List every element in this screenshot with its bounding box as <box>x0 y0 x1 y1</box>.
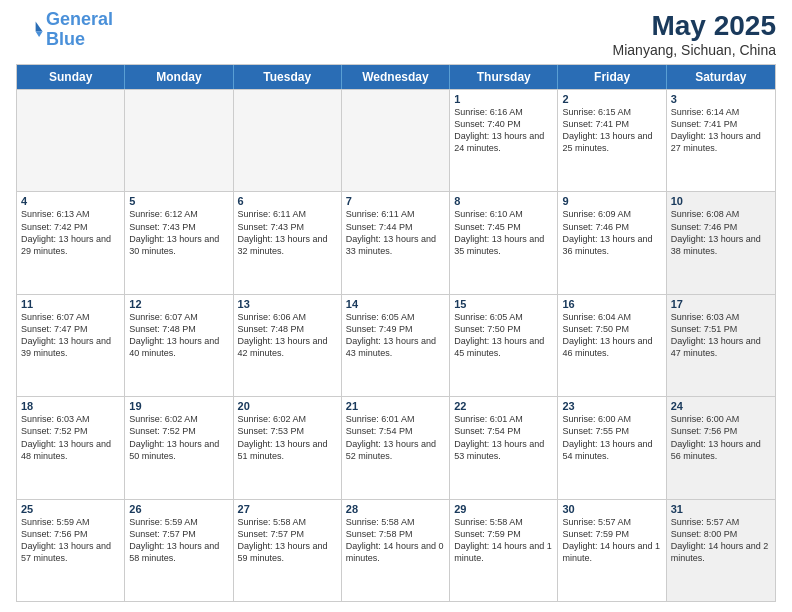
day-number: 17 <box>671 298 771 310</box>
day-detail: Sunrise: 5:59 AM Sunset: 7:56 PM Dayligh… <box>21 516 120 565</box>
day-number: 7 <box>346 195 445 207</box>
cal-row-0: 1Sunrise: 6:16 AM Sunset: 7:40 PM Daylig… <box>17 89 775 191</box>
day-number: 12 <box>129 298 228 310</box>
page: General Blue May 2025 Mianyang, Sichuan,… <box>0 0 792 612</box>
cal-cell-3-3: 21Sunrise: 6:01 AM Sunset: 7:54 PM Dayli… <box>342 397 450 498</box>
day-detail: Sunrise: 5:58 AM Sunset: 7:57 PM Dayligh… <box>238 516 337 565</box>
calendar: Sunday Monday Tuesday Wednesday Thursday… <box>16 64 776 602</box>
cal-row-4: 25Sunrise: 5:59 AM Sunset: 7:56 PM Dayli… <box>17 499 775 601</box>
cal-cell-1-6: 10Sunrise: 6:08 AM Sunset: 7:46 PM Dayli… <box>667 192 775 293</box>
day-detail: Sunrise: 6:02 AM Sunset: 7:53 PM Dayligh… <box>238 413 337 462</box>
cal-cell-0-0 <box>17 90 125 191</box>
logo-icon <box>16 16 44 44</box>
day-number: 25 <box>21 503 120 515</box>
cal-cell-4-3: 28Sunrise: 5:58 AM Sunset: 7:58 PM Dayli… <box>342 500 450 601</box>
day-detail: Sunrise: 6:11 AM Sunset: 7:44 PM Dayligh… <box>346 208 445 257</box>
cal-row-1: 4Sunrise: 6:13 AM Sunset: 7:42 PM Daylig… <box>17 191 775 293</box>
cal-cell-0-1 <box>125 90 233 191</box>
day-detail: Sunrise: 6:07 AM Sunset: 7:48 PM Dayligh… <box>129 311 228 360</box>
day-number: 21 <box>346 400 445 412</box>
day-detail: Sunrise: 6:01 AM Sunset: 7:54 PM Dayligh… <box>454 413 553 462</box>
logo: General Blue <box>16 10 113 50</box>
day-detail: Sunrise: 6:02 AM Sunset: 7:52 PM Dayligh… <box>129 413 228 462</box>
day-number: 28 <box>346 503 445 515</box>
day-detail: Sunrise: 6:01 AM Sunset: 7:54 PM Dayligh… <box>346 413 445 462</box>
title-block: May 2025 Mianyang, Sichuan, China <box>613 10 776 58</box>
location: Mianyang, Sichuan, China <box>613 42 776 58</box>
cal-cell-3-6: 24Sunrise: 6:00 AM Sunset: 7:56 PM Dayli… <box>667 397 775 498</box>
cal-row-2: 11Sunrise: 6:07 AM Sunset: 7:47 PM Dayli… <box>17 294 775 396</box>
cal-cell-1-0: 4Sunrise: 6:13 AM Sunset: 7:42 PM Daylig… <box>17 192 125 293</box>
day-number: 9 <box>562 195 661 207</box>
header-wednesday: Wednesday <box>342 65 450 89</box>
cal-cell-2-0: 11Sunrise: 6:07 AM Sunset: 7:47 PM Dayli… <box>17 295 125 396</box>
day-detail: Sunrise: 6:07 AM Sunset: 7:47 PM Dayligh… <box>21 311 120 360</box>
cal-cell-4-6: 31Sunrise: 5:57 AM Sunset: 8:00 PM Dayli… <box>667 500 775 601</box>
cal-cell-0-4: 1Sunrise: 6:16 AM Sunset: 7:40 PM Daylig… <box>450 90 558 191</box>
day-number: 20 <box>238 400 337 412</box>
header: General Blue May 2025 Mianyang, Sichuan,… <box>16 10 776 58</box>
day-number: 4 <box>21 195 120 207</box>
day-detail: Sunrise: 6:00 AM Sunset: 7:56 PM Dayligh… <box>671 413 771 462</box>
cal-cell-2-5: 16Sunrise: 6:04 AM Sunset: 7:50 PM Dayli… <box>558 295 666 396</box>
header-monday: Monday <box>125 65 233 89</box>
day-detail: Sunrise: 6:08 AM Sunset: 7:46 PM Dayligh… <box>671 208 771 257</box>
day-detail: Sunrise: 6:03 AM Sunset: 7:51 PM Dayligh… <box>671 311 771 360</box>
cal-row-3: 18Sunrise: 6:03 AM Sunset: 7:52 PM Dayli… <box>17 396 775 498</box>
day-detail: Sunrise: 6:14 AM Sunset: 7:41 PM Dayligh… <box>671 106 771 155</box>
day-number: 30 <box>562 503 661 515</box>
cal-cell-3-5: 23Sunrise: 6:00 AM Sunset: 7:55 PM Dayli… <box>558 397 666 498</box>
cal-cell-1-5: 9Sunrise: 6:09 AM Sunset: 7:46 PM Daylig… <box>558 192 666 293</box>
cal-cell-2-2: 13Sunrise: 6:06 AM Sunset: 7:48 PM Dayli… <box>234 295 342 396</box>
day-number: 26 <box>129 503 228 515</box>
day-number: 8 <box>454 195 553 207</box>
header-saturday: Saturday <box>667 65 775 89</box>
day-detail: Sunrise: 6:11 AM Sunset: 7:43 PM Dayligh… <box>238 208 337 257</box>
calendar-body: 1Sunrise: 6:16 AM Sunset: 7:40 PM Daylig… <box>17 89 775 601</box>
logo-text2: Blue <box>46 30 113 50</box>
day-detail: Sunrise: 6:15 AM Sunset: 7:41 PM Dayligh… <box>562 106 661 155</box>
header-friday: Friday <box>558 65 666 89</box>
cal-cell-4-2: 27Sunrise: 5:58 AM Sunset: 7:57 PM Dayli… <box>234 500 342 601</box>
cal-cell-4-1: 26Sunrise: 5:59 AM Sunset: 7:57 PM Dayli… <box>125 500 233 601</box>
cal-cell-3-0: 18Sunrise: 6:03 AM Sunset: 7:52 PM Dayli… <box>17 397 125 498</box>
svg-marker-0 <box>36 21 43 31</box>
header-thursday: Thursday <box>450 65 558 89</box>
cal-cell-1-2: 6Sunrise: 6:11 AM Sunset: 7:43 PM Daylig… <box>234 192 342 293</box>
day-detail: Sunrise: 6:12 AM Sunset: 7:43 PM Dayligh… <box>129 208 228 257</box>
day-number: 14 <box>346 298 445 310</box>
day-number: 24 <box>671 400 771 412</box>
day-detail: Sunrise: 6:04 AM Sunset: 7:50 PM Dayligh… <box>562 311 661 360</box>
cal-cell-0-2 <box>234 90 342 191</box>
cal-cell-0-3 <box>342 90 450 191</box>
day-detail: Sunrise: 5:58 AM Sunset: 7:59 PM Dayligh… <box>454 516 553 565</box>
day-detail: Sunrise: 6:06 AM Sunset: 7:48 PM Dayligh… <box>238 311 337 360</box>
cal-cell-4-0: 25Sunrise: 5:59 AM Sunset: 7:56 PM Dayli… <box>17 500 125 601</box>
day-detail: Sunrise: 6:05 AM Sunset: 7:49 PM Dayligh… <box>346 311 445 360</box>
day-number: 10 <box>671 195 771 207</box>
cal-cell-4-5: 30Sunrise: 5:57 AM Sunset: 7:59 PM Dayli… <box>558 500 666 601</box>
calendar-header: Sunday Monday Tuesday Wednesday Thursday… <box>17 65 775 89</box>
day-detail: Sunrise: 5:57 AM Sunset: 8:00 PM Dayligh… <box>671 516 771 565</box>
day-detail: Sunrise: 6:00 AM Sunset: 7:55 PM Dayligh… <box>562 413 661 462</box>
cal-cell-0-5: 2Sunrise: 6:15 AM Sunset: 7:41 PM Daylig… <box>558 90 666 191</box>
cal-cell-3-2: 20Sunrise: 6:02 AM Sunset: 7:53 PM Dayli… <box>234 397 342 498</box>
header-sunday: Sunday <box>17 65 125 89</box>
day-detail: Sunrise: 5:57 AM Sunset: 7:59 PM Dayligh… <box>562 516 661 565</box>
day-detail: Sunrise: 6:10 AM Sunset: 7:45 PM Dayligh… <box>454 208 553 257</box>
day-number: 11 <box>21 298 120 310</box>
svg-marker-1 <box>36 31 43 37</box>
day-number: 29 <box>454 503 553 515</box>
day-number: 5 <box>129 195 228 207</box>
month-year: May 2025 <box>613 10 776 42</box>
day-number: 1 <box>454 93 553 105</box>
cal-cell-1-1: 5Sunrise: 6:12 AM Sunset: 7:43 PM Daylig… <box>125 192 233 293</box>
day-detail: Sunrise: 5:59 AM Sunset: 7:57 PM Dayligh… <box>129 516 228 565</box>
cal-cell-1-4: 8Sunrise: 6:10 AM Sunset: 7:45 PM Daylig… <box>450 192 558 293</box>
cal-cell-0-6: 3Sunrise: 6:14 AM Sunset: 7:41 PM Daylig… <box>667 90 775 191</box>
day-number: 23 <box>562 400 661 412</box>
cal-cell-1-3: 7Sunrise: 6:11 AM Sunset: 7:44 PM Daylig… <box>342 192 450 293</box>
day-number: 18 <box>21 400 120 412</box>
day-number: 16 <box>562 298 661 310</box>
cal-cell-2-1: 12Sunrise: 6:07 AM Sunset: 7:48 PM Dayli… <box>125 295 233 396</box>
